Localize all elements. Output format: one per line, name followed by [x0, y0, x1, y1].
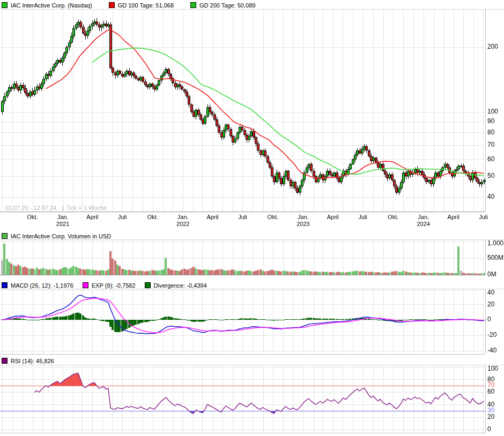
volume-label: IAC InterActive Corp. Volumen in USD [11, 233, 111, 239]
volume-legend: IAC InterActive Corp. Volumen in USD [0, 231, 504, 240]
gd100-swatch-icon [109, 2, 115, 8]
price-legend-series-label: IAC InterActive Corp. (Nasdaq) [11, 2, 92, 9]
gd100-label: GD 100 Tage: 51,068 [118, 2, 174, 9]
gd200-swatch-icon [190, 2, 196, 8]
volume-swatch-icon [2, 233, 8, 239]
macd-legend-macd: MACD (26, 12): -1,1976 [2, 282, 73, 289]
rsi-legend: RSI (14): 45,826 [0, 356, 504, 365]
price-legend-gd200: GD 200 Tage: 50,089 [190, 2, 255, 9]
macd-value-label: MACD (26, 12): -1,1976 [11, 282, 73, 289]
gd200-label: GD 200 Tage: 50,089 [199, 2, 255, 9]
macd-legend-exp: EXP (9): -0,7582 [83, 282, 136, 289]
exp-swatch-icon [83, 282, 88, 288]
series-swatch-icon [2, 2, 8, 8]
macd-legend-divergence: Divergence: -0,4394 [145, 282, 207, 289]
price-panel-canvas [0, 10, 504, 231]
rsi-value-label: RSI (14): 45,826 [11, 358, 54, 364]
rsi-panel-canvas [0, 365, 504, 436]
rsi-legend-series: RSI (14): 45,826 [2, 358, 54, 364]
rsi-swatch-icon [2, 358, 8, 364]
price-legend-series: IAC InterActive Corp. (Nasdaq) [2, 2, 92, 9]
divergence-value-label: Divergence: -0,4394 [154, 282, 207, 289]
price-legend: IAC InterActive Corp. (Nasdaq) GD 100 Ta… [0, 0, 504, 10]
macd-swatch-icon [2, 282, 8, 288]
price-legend-gd100: GD 100 Tage: 51,068 [109, 2, 174, 9]
volume-panel-canvas [0, 240, 504, 281]
volume-legend-series: IAC InterActive Corp. Volumen in USD [2, 233, 111, 239]
divergence-swatch-icon [145, 282, 151, 288]
macd-panel-canvas [0, 289, 504, 356]
exp-value-label: EXP (9): -0,7582 [92, 282, 136, 289]
stock-chart: IAC InterActive Corp. (Nasdaq) GD 100 Ta… [0, 0, 504, 436]
macd-legend: MACD (26, 12): -1,1976 EXP (9): -0,7582 … [0, 281, 504, 289]
